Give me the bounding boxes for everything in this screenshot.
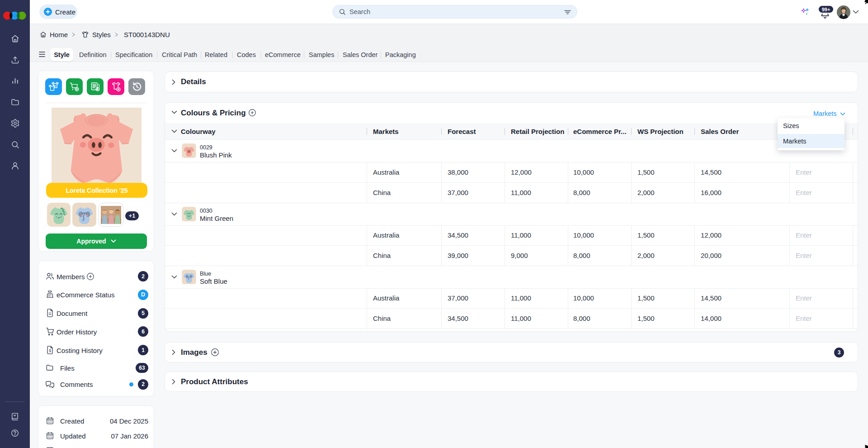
svg-text:$: $ (49, 348, 51, 353)
